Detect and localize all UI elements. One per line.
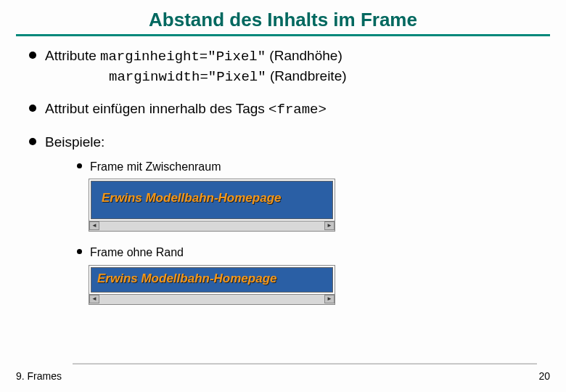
example-without-margin: Erwins Modellbahn-Homepage ◄ ► bbox=[89, 265, 335, 305]
sub-bullet-list: Frame mit Zwischenraum bbox=[45, 159, 550, 175]
sub-bullet-list-2: Frame ohne Rand bbox=[45, 245, 550, 261]
scrollbar: ◄ ► bbox=[89, 295, 335, 305]
banner-text: Erwins Modellbahn-Homepage bbox=[96, 187, 287, 211]
title-underline bbox=[16, 34, 550, 36]
bullet-beispiele: Beispiele: Frame mit Zwischenraum Erwins… bbox=[29, 133, 550, 305]
code-marginwidth: marginwidth="Pixel" bbox=[109, 69, 266, 85]
footer-chapter: 9. Frames bbox=[16, 370, 62, 382]
main-bullet-list: Attribute marginheight="Pixel" (Randhöhe… bbox=[16, 46, 550, 305]
sub-bullet-mit-zwischenraum: Frame mit Zwischenraum bbox=[77, 159, 550, 175]
scroll-left-icon: ◄ bbox=[89, 221, 99, 230]
example-with-margin: Erwins Modellbahn-Homepage ◄ ► bbox=[89, 179, 335, 232]
scroll-left-icon: ◄ bbox=[89, 295, 99, 303]
code-marginheight: marginheight="Pixel" bbox=[100, 49, 266, 65]
text: Attribute bbox=[45, 48, 100, 63]
text: (Randhöhe) bbox=[266, 48, 343, 63]
text: Attribut einfügen innerhalb des Tags bbox=[45, 101, 268, 116]
scroll-right-icon: ► bbox=[324, 221, 335, 230]
bullet-attribut-einfuegen: Attribut einfügen innerhalb des Tags <fr… bbox=[29, 99, 550, 120]
text: Beispiele: bbox=[45, 134, 104, 150]
bullet-attribute: Attribute marginheight="Pixel" (Randhöhe… bbox=[29, 46, 550, 86]
slide-title: Abstand des Inhalts im Frame bbox=[16, 9, 550, 34]
text: (Randbreite) bbox=[266, 68, 347, 83]
footer-page-number: 20 bbox=[538, 370, 550, 382]
banner-text: Erwins Modellbahn-Homepage bbox=[91, 268, 282, 292]
slide-footer: 9. Frames 20 bbox=[16, 370, 550, 382]
code-frame-tag: <frame> bbox=[268, 102, 327, 118]
sub-bullet-ohne-rand: Frame ohne Rand bbox=[77, 245, 550, 261]
footer-rule bbox=[73, 363, 537, 364]
scroll-right-icon: ► bbox=[324, 295, 335, 303]
scrollbar: ◄ ► bbox=[89, 221, 335, 232]
